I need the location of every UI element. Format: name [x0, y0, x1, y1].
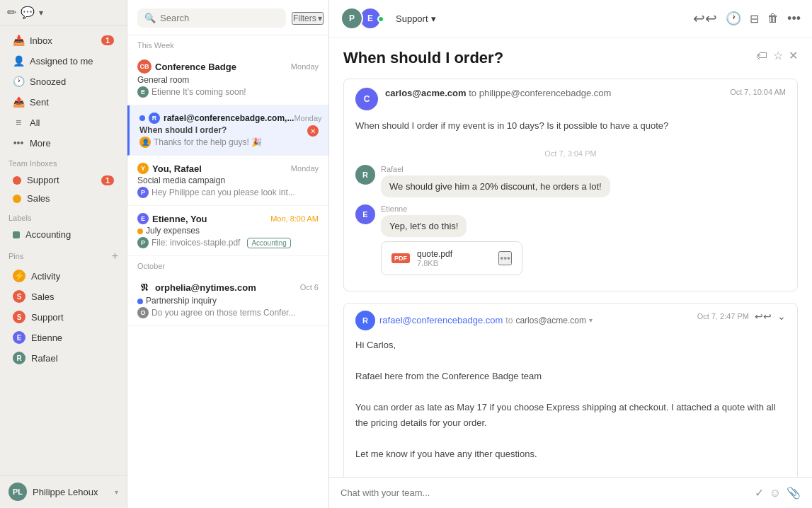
compose-attach-button[interactable]: 📎	[787, 486, 801, 500]
sidebar-item-label: All	[30, 117, 114, 128]
more-actions-button[interactable]: •••	[787, 11, 801, 26]
sidebar-item-support-pin[interactable]: S Support	[4, 307, 122, 327]
etienne-avatar: E	[13, 331, 25, 344]
sidebar-item-etienne[interactable]: E Etienne	[4, 328, 122, 347]
team-dropdown-button[interactable]: Support ▾	[396, 13, 436, 24]
user-profile[interactable]: PL Philippe Lehoux ▾	[0, 475, 127, 508]
reply-body: Hi Carlos, Rafael here from the Conferen…	[344, 337, 797, 477]
list-item[interactable]: Y You, Rafael Monday Social media campai…	[127, 156, 328, 206]
filters-label: Filters	[293, 13, 316, 23]
delete-button[interactable]: 🗑	[767, 12, 779, 25]
reply-all-button[interactable]: ↩↩	[693, 10, 717, 27]
sidebar-item-assigned[interactable]: 👤 Assigned to me	[4, 51, 122, 71]
list-item[interactable]: 𝔑 orphelia@nytimes.com Oct 6 Partnership…	[127, 273, 328, 326]
snooze-button[interactable]: 🕐	[726, 11, 741, 26]
search-input[interactable]	[160, 13, 279, 23]
accounting-dot	[13, 231, 20, 238]
msg-subject: When should I order?	[139, 125, 227, 135]
compose-input[interactable]	[341, 487, 748, 498]
filters-button[interactable]: Filters ▾	[292, 12, 324, 25]
compose-check-button[interactable]: ✓	[755, 486, 764, 500]
reply-to-label: to	[505, 316, 513, 325]
preview-avatar: P	[137, 187, 149, 198]
msg-preview: 👤 Thanks for the help guys! 🎉	[139, 137, 319, 148]
msg-time: Monday	[294, 114, 321, 122]
unread-indicator	[137, 299, 143, 304]
sidebar-item-accounting[interactable]: Accounting	[4, 226, 122, 243]
email-reply: R rafael@conferencebadge.com to carlos@a…	[343, 303, 798, 477]
msg-top: E Etienne, You Mon, 8:00 AM	[137, 213, 319, 224]
all-icon: ≡	[13, 117, 24, 128]
reply-sender-section: R rafael@conferencebadge.com to carlos@a…	[355, 311, 593, 330]
tag-button[interactable]: 🏷	[756, 50, 767, 62]
inbox-badge: 1	[101, 35, 114, 45]
msg-subject: Partnership inquiry	[146, 296, 217, 306]
sidebar-item-sales[interactable]: Sales	[4, 190, 122, 207]
sent-icon: 📤	[13, 96, 24, 108]
preview-avatar: O	[137, 307, 149, 318]
add-pin-button[interactable]: +	[112, 250, 118, 262]
activity-icon: ⚡	[13, 270, 25, 282]
from-address: carlos@acme.com	[385, 88, 467, 98]
support-badge: 1	[101, 175, 114, 185]
sidebar-item-activity[interactable]: ⚡ Activity	[4, 266, 122, 286]
sidebar-item-sent[interactable]: 📤 Sent	[4, 92, 122, 112]
sidebar-item-more[interactable]: ••• More	[4, 133, 122, 153]
sidebar-item-label: Inbox	[30, 35, 96, 46]
star-button[interactable]: ☆	[773, 49, 783, 62]
sidebar-item-snoozed[interactable]: 🕐 Snoozed	[4, 71, 122, 91]
support-label: Support	[27, 175, 59, 185]
sidebar-item-support[interactable]: Support 1	[4, 171, 122, 189]
chat-text: Yep, let's do this!	[381, 215, 467, 237]
reply-expand-btn[interactable]: ⌄	[777, 311, 786, 322]
archive-button[interactable]: ⊟	[750, 12, 759, 25]
attachment-menu-button[interactable]: •••	[498, 251, 512, 265]
chat-content: Etienne Yep, let's do this! PDF quote.pd…	[381, 204, 522, 275]
team-chevron-icon: ▾	[431, 13, 436, 24]
reply-all-btn[interactable]: ↩↩	[755, 311, 772, 322]
reply-dropdown-button[interactable]: ▾	[589, 316, 593, 324]
attachment-size: 7.8KB	[417, 259, 491, 267]
sidebar-top-controls: ✏ 💬 ▾	[0, 0, 127, 25]
more-icon: •••	[13, 137, 24, 149]
preview-avatar: P	[137, 237, 149, 248]
sales-label: Sales	[27, 193, 50, 204]
sidebar-item-inbox[interactable]: 📥 Inbox 1	[4, 30, 122, 50]
sidebar-item-rafael[interactable]: R Rafael	[4, 348, 122, 368]
close-thread-button[interactable]: ✕	[789, 49, 798, 62]
email-thread: When should I order? 🏷 ☆ ✕ C carlos@acme…	[329, 37, 812, 477]
msg-top: R rafael@conferencebadge.com,... Monday	[139, 112, 319, 124]
sidebar-item-label: Snoozed	[30, 76, 114, 87]
search-icon: 🔍	[144, 13, 156, 23]
labels-header: Labels	[0, 208, 127, 225]
sidebar-item-all[interactable]: ≡ All	[4, 112, 122, 132]
email-body: When should I order if my event is in 10…	[344, 119, 797, 144]
header-right: ↩↩ 🕐 ⊟ 🗑 •••	[693, 10, 801, 27]
chat-thread: Oct 7, 3:04 PM R Rafael We should give h…	[344, 149, 797, 291]
dropdown-button[interactable]: ▾	[39, 8, 43, 18]
chat-time: Oct 7, 3:04 PM	[355, 149, 786, 158]
list-item[interactable]: E Etienne, You Mon, 8:00 AM July expense…	[127, 206, 328, 256]
filters-chevron-icon: ▾	[318, 13, 322, 23]
compose-bar: ✓ ☺ 📎	[329, 477, 812, 508]
sidebar-item-sales-pin[interactable]: S Sales	[4, 287, 122, 306]
reply-header: R rafael@conferencebadge.com to carlos@a…	[344, 304, 797, 337]
list-item[interactable]: CB Conference Badge Monday General room …	[127, 52, 328, 105]
pins-section: Pins +	[0, 244, 127, 265]
chat-button[interactable]: 💬	[21, 6, 35, 19]
pdf-icon: PDF	[391, 253, 410, 263]
msg-sender: R rafael@conferencebadge.com,...	[139, 112, 294, 124]
msg-preview: O Do you agree on those terms Confer...	[137, 307, 319, 318]
compose-emoji-button[interactable]: ☺	[770, 487, 781, 500]
user-chevron-icon: ▾	[115, 488, 118, 496]
main-content: P E Support ▾ ↩↩ 🕐 ⊟ 🗑 ••• When should I…	[329, 0, 812, 508]
compose-button[interactable]: ✏	[7, 6, 16, 19]
thread-actions: 🏷 ☆ ✕	[756, 49, 798, 62]
sidebar-item-label: Assigned to me	[30, 56, 114, 67]
list-item[interactable]: R rafael@conferencebadge.com,... Monday …	[127, 105, 328, 156]
user-avatars: P E	[341, 7, 389, 30]
thread-title: When should I order?	[343, 49, 503, 67]
etienne-chat-avatar: E	[355, 204, 375, 224]
attachment-name: quote.pdf	[417, 249, 491, 259]
reply-line: Rafael here from the Conference Badge te…	[355, 369, 786, 384]
